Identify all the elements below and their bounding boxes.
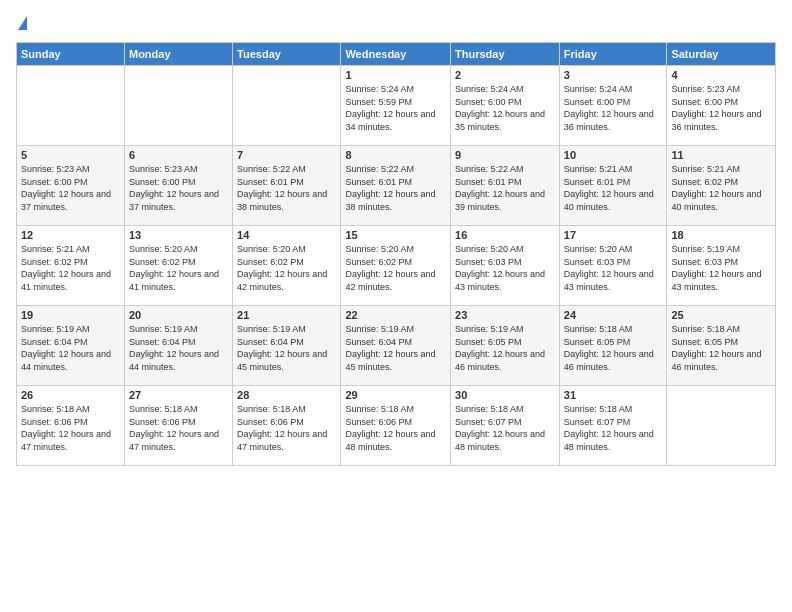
calendar-cell: 27Sunrise: 5:18 AM Sunset: 6:06 PM Dayli…: [124, 386, 232, 466]
day-info: Sunrise: 5:18 AM Sunset: 6:06 PM Dayligh…: [21, 403, 120, 453]
calendar-cell: 20Sunrise: 5:19 AM Sunset: 6:04 PM Dayli…: [124, 306, 232, 386]
day-info: Sunrise: 5:24 AM Sunset: 6:00 PM Dayligh…: [455, 83, 555, 133]
calendar-cell: 7Sunrise: 5:22 AM Sunset: 6:01 PM Daylig…: [233, 146, 341, 226]
logo-triangle-icon: [18, 16, 27, 30]
day-info: Sunrise: 5:20 AM Sunset: 6:02 PM Dayligh…: [237, 243, 336, 293]
day-info: Sunrise: 5:20 AM Sunset: 6:03 PM Dayligh…: [564, 243, 663, 293]
column-header-friday: Friday: [559, 43, 667, 66]
calendar-cell: 17Sunrise: 5:20 AM Sunset: 6:03 PM Dayli…: [559, 226, 667, 306]
day-number: 21: [237, 309, 336, 321]
calendar-cell: 16Sunrise: 5:20 AM Sunset: 6:03 PM Dayli…: [451, 226, 560, 306]
calendar-cell: 14Sunrise: 5:20 AM Sunset: 6:02 PM Dayli…: [233, 226, 341, 306]
day-number: 5: [21, 149, 120, 161]
day-info: Sunrise: 5:23 AM Sunset: 6:00 PM Dayligh…: [21, 163, 120, 213]
day-number: 25: [671, 309, 771, 321]
day-number: 10: [564, 149, 663, 161]
day-info: Sunrise: 5:19 AM Sunset: 6:03 PM Dayligh…: [671, 243, 771, 293]
week-row-4: 19Sunrise: 5:19 AM Sunset: 6:04 PM Dayli…: [17, 306, 776, 386]
calendar-cell: 5Sunrise: 5:23 AM Sunset: 6:00 PM Daylig…: [17, 146, 125, 226]
day-number: 16: [455, 229, 555, 241]
day-number: 22: [345, 309, 446, 321]
day-info: Sunrise: 5:18 AM Sunset: 6:07 PM Dayligh…: [455, 403, 555, 453]
day-info: Sunrise: 5:18 AM Sunset: 6:06 PM Dayligh…: [129, 403, 228, 453]
calendar-cell: [17, 66, 125, 146]
week-row-3: 12Sunrise: 5:21 AM Sunset: 6:02 PM Dayli…: [17, 226, 776, 306]
calendar-cell: 11Sunrise: 5:21 AM Sunset: 6:02 PM Dayli…: [667, 146, 776, 226]
day-number: 7: [237, 149, 336, 161]
day-info: Sunrise: 5:18 AM Sunset: 6:07 PM Dayligh…: [564, 403, 663, 453]
calendar-cell: 6Sunrise: 5:23 AM Sunset: 6:00 PM Daylig…: [124, 146, 232, 226]
day-number: 8: [345, 149, 446, 161]
day-info: Sunrise: 5:19 AM Sunset: 6:04 PM Dayligh…: [345, 323, 446, 373]
day-info: Sunrise: 5:18 AM Sunset: 6:05 PM Dayligh…: [671, 323, 771, 373]
day-number: 14: [237, 229, 336, 241]
day-number: 12: [21, 229, 120, 241]
day-number: 4: [671, 69, 771, 81]
day-number: 30: [455, 389, 555, 401]
day-number: 9: [455, 149, 555, 161]
day-number: 28: [237, 389, 336, 401]
header-row: SundayMondayTuesdayWednesdayThursdayFrid…: [17, 43, 776, 66]
day-info: Sunrise: 5:20 AM Sunset: 6:02 PM Dayligh…: [345, 243, 446, 293]
calendar-cell: [124, 66, 232, 146]
day-number: 17: [564, 229, 663, 241]
calendar-cell: 31Sunrise: 5:18 AM Sunset: 6:07 PM Dayli…: [559, 386, 667, 466]
day-info: Sunrise: 5:19 AM Sunset: 6:04 PM Dayligh…: [21, 323, 120, 373]
week-row-5: 26Sunrise: 5:18 AM Sunset: 6:06 PM Dayli…: [17, 386, 776, 466]
column-header-thursday: Thursday: [451, 43, 560, 66]
day-info: Sunrise: 5:18 AM Sunset: 6:05 PM Dayligh…: [564, 323, 663, 373]
calendar-cell: 19Sunrise: 5:19 AM Sunset: 6:04 PM Dayli…: [17, 306, 125, 386]
day-info: Sunrise: 5:24 AM Sunset: 5:59 PM Dayligh…: [345, 83, 446, 133]
column-header-saturday: Saturday: [667, 43, 776, 66]
week-row-2: 5Sunrise: 5:23 AM Sunset: 6:00 PM Daylig…: [17, 146, 776, 226]
calendar-cell: 9Sunrise: 5:22 AM Sunset: 6:01 PM Daylig…: [451, 146, 560, 226]
day-info: Sunrise: 5:23 AM Sunset: 6:00 PM Dayligh…: [129, 163, 228, 213]
day-number: 13: [129, 229, 228, 241]
column-header-sunday: Sunday: [17, 43, 125, 66]
week-row-1: 1Sunrise: 5:24 AM Sunset: 5:59 PM Daylig…: [17, 66, 776, 146]
calendar-cell: 30Sunrise: 5:18 AM Sunset: 6:07 PM Dayli…: [451, 386, 560, 466]
day-info: Sunrise: 5:21 AM Sunset: 6:02 PM Dayligh…: [21, 243, 120, 293]
column-header-tuesday: Tuesday: [233, 43, 341, 66]
day-info: Sunrise: 5:19 AM Sunset: 6:04 PM Dayligh…: [237, 323, 336, 373]
day-number: 26: [21, 389, 120, 401]
calendar-cell: 8Sunrise: 5:22 AM Sunset: 6:01 PM Daylig…: [341, 146, 451, 226]
calendar-cell: 10Sunrise: 5:21 AM Sunset: 6:01 PM Dayli…: [559, 146, 667, 226]
day-info: Sunrise: 5:22 AM Sunset: 6:01 PM Dayligh…: [345, 163, 446, 213]
calendar-cell: 2Sunrise: 5:24 AM Sunset: 6:00 PM Daylig…: [451, 66, 560, 146]
calendar-cell: 1Sunrise: 5:24 AM Sunset: 5:59 PM Daylig…: [341, 66, 451, 146]
day-info: Sunrise: 5:20 AM Sunset: 6:02 PM Dayligh…: [129, 243, 228, 293]
column-header-monday: Monday: [124, 43, 232, 66]
calendar-cell: 13Sunrise: 5:20 AM Sunset: 6:02 PM Dayli…: [124, 226, 232, 306]
calendar-cell: 25Sunrise: 5:18 AM Sunset: 6:05 PM Dayli…: [667, 306, 776, 386]
day-number: 19: [21, 309, 120, 321]
day-number: 24: [564, 309, 663, 321]
calendar-cell: 12Sunrise: 5:21 AM Sunset: 6:02 PM Dayli…: [17, 226, 125, 306]
calendar-table: SundayMondayTuesdayWednesdayThursdayFrid…: [16, 42, 776, 466]
calendar-header: SundayMondayTuesdayWednesdayThursdayFrid…: [17, 43, 776, 66]
calendar-cell: [233, 66, 341, 146]
day-info: Sunrise: 5:21 AM Sunset: 6:02 PM Dayligh…: [671, 163, 771, 213]
day-info: Sunrise: 5:24 AM Sunset: 6:00 PM Dayligh…: [564, 83, 663, 133]
logo: [16, 16, 27, 30]
calendar-cell: 15Sunrise: 5:20 AM Sunset: 6:02 PM Dayli…: [341, 226, 451, 306]
day-number: 27: [129, 389, 228, 401]
day-number: 3: [564, 69, 663, 81]
day-info: Sunrise: 5:21 AM Sunset: 6:01 PM Dayligh…: [564, 163, 663, 213]
column-header-wednesday: Wednesday: [341, 43, 451, 66]
day-number: 1: [345, 69, 446, 81]
calendar-cell: 22Sunrise: 5:19 AM Sunset: 6:04 PM Dayli…: [341, 306, 451, 386]
day-number: 2: [455, 69, 555, 81]
day-info: Sunrise: 5:19 AM Sunset: 6:04 PM Dayligh…: [129, 323, 228, 373]
day-number: 11: [671, 149, 771, 161]
day-number: 15: [345, 229, 446, 241]
calendar-cell: 3Sunrise: 5:24 AM Sunset: 6:00 PM Daylig…: [559, 66, 667, 146]
day-info: Sunrise: 5:19 AM Sunset: 6:05 PM Dayligh…: [455, 323, 555, 373]
calendar-cell: 26Sunrise: 5:18 AM Sunset: 6:06 PM Dayli…: [17, 386, 125, 466]
day-info: Sunrise: 5:20 AM Sunset: 6:03 PM Dayligh…: [455, 243, 555, 293]
calendar-cell: 23Sunrise: 5:19 AM Sunset: 6:05 PM Dayli…: [451, 306, 560, 386]
day-number: 18: [671, 229, 771, 241]
calendar-cell: 28Sunrise: 5:18 AM Sunset: 6:06 PM Dayli…: [233, 386, 341, 466]
day-number: 31: [564, 389, 663, 401]
calendar-cell: 18Sunrise: 5:19 AM Sunset: 6:03 PM Dayli…: [667, 226, 776, 306]
